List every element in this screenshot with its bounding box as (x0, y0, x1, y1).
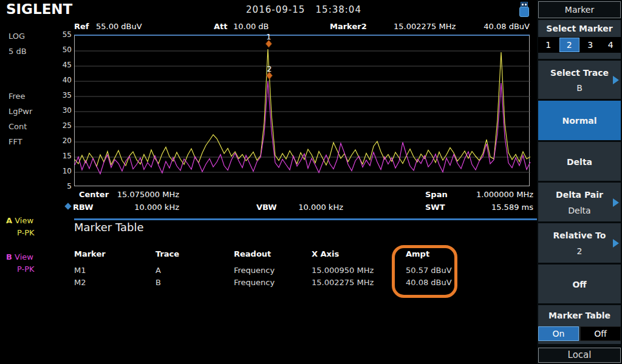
ytick-10: 10 (55, 167, 72, 175)
rbw-label: RBW (73, 203, 94, 212)
vbw-label: VBW (256, 203, 277, 212)
vbw-value: 10.000 kHz (279, 203, 343, 212)
mt-r1-trace: A (156, 266, 161, 275)
softkey-delta[interactable]: Delta (538, 142, 621, 181)
marker-table-title: Marker Table (74, 221, 144, 234)
filter-mode-label: FFT (9, 137, 22, 146)
local-button[interactable]: Local (538, 348, 621, 363)
submenu-arrow-icon (613, 239, 619, 248)
ytick-15: 15 (55, 152, 72, 160)
ref-label: Ref (74, 22, 89, 31)
time-text: 15:38:04 (316, 4, 361, 15)
scale-div-label: 5 dB (9, 47, 27, 56)
select-marker-label: Select Marker (538, 24, 621, 33)
off-label: Off (538, 280, 621, 289)
select-trace-value: B (538, 83, 621, 93)
trace-a-state: View (15, 216, 33, 225)
span-value: 1.000000 MHz (443, 190, 533, 199)
marker-2-button[interactable]: 2 (559, 38, 580, 52)
mt-r1-marker: M1 (74, 266, 86, 275)
softkey-select-marker[interactable]: Select Marker 1 2 3 4 (538, 20, 621, 59)
marker-number-row: 1 2 3 4 (538, 37, 621, 53)
spectrum-display: 12 (74, 35, 530, 186)
amp-scale-label: LOG (9, 32, 25, 41)
delta-pair-value: Delta (538, 206, 621, 215)
active-marker-ampl: 40.08 dBuV (437, 22, 530, 31)
marker-1-button[interactable]: 1 (539, 38, 558, 52)
ytick-40: 40 (55, 76, 72, 84)
menu-title: Marker (538, 1, 621, 18)
swt-value: 15.589 ms (443, 203, 533, 212)
marker-table-toggle-label: Marker Table (538, 311, 621, 320)
ytick-50: 50 (55, 46, 72, 54)
ytick-45: 45 (55, 61, 72, 69)
marker-table-toggle-row: On Off (538, 326, 621, 341)
softkey-off[interactable]: Off (538, 265, 621, 303)
softkey-normal[interactable]: Normal (538, 101, 621, 140)
relative-to-label: Relative To (538, 231, 621, 240)
rbw-value: 10.000 kHz (97, 203, 179, 212)
normal-label: Normal (538, 116, 621, 126)
softkey-delta-pair[interactable]: Delta Pair Delta (538, 183, 621, 221)
spectrum-analyzer-screen: SIGLENT 2016-09-15 15:38:04 LOG 5 dB Fre… (0, 0, 622, 364)
softkey-menu: Marker Select Marker 1 2 3 4 Select Trac… (537, 0, 622, 364)
marker-3-button[interactable]: 3 (581, 38, 600, 52)
ref-value: 55.00 dBuV (96, 22, 142, 31)
svg-text:1: 1 (266, 32, 271, 41)
sweep-mode-label: Cont (9, 122, 27, 131)
usb-drive-icon (518, 2, 530, 18)
trigger-label: Free (9, 92, 26, 101)
mt-r1-xaxis: 15.000950 MHz (312, 266, 374, 275)
delta-label: Delta (538, 157, 621, 167)
trace-b-detector: P-PK (17, 265, 35, 274)
mt-header-readout: Readout (234, 249, 271, 258)
ytick-30: 30 (55, 106, 72, 115)
mt-header-trace: Trace (156, 249, 179, 258)
date-text: 2016-09-15 (246, 4, 305, 15)
att-label: Att (214, 22, 228, 31)
trace-a-detector: P-PK (17, 228, 35, 237)
marker-table-on-button[interactable]: On (538, 326, 579, 341)
avg-type-label: LgPwr (9, 107, 32, 116)
att-value: 10.00 dB (233, 22, 269, 31)
ytick-5: 5 (55, 182, 72, 190)
trace-b-status: B View (6, 252, 33, 261)
mt-r2-marker: M2 (74, 278, 86, 287)
mt-r2-readout: Frequency (234, 278, 275, 287)
marker-4-button[interactable]: 4 (601, 38, 621, 52)
active-marker-label: Marker2 (330, 22, 367, 31)
trace-b-state: View (15, 252, 33, 261)
mt-header-marker: Marker (74, 249, 106, 258)
marker-table-off-button[interactable]: Off (580, 326, 621, 341)
rbw-coupled-icon (64, 203, 71, 209)
softkey-relative-to[interactable]: Relative To 2 (538, 223, 621, 263)
relative-to-value: 2 (538, 246, 621, 256)
siglent-logo: SIGLENT (6, 1, 72, 17)
mt-r1-readout: Frequency (234, 266, 275, 275)
trace-a-status: A View (6, 216, 33, 225)
trace-plot: 12 (75, 36, 530, 187)
trace-b-id: B (6, 252, 12, 261)
section-divider (74, 218, 537, 220)
ampt-column-highlight (392, 245, 457, 298)
center-value: 15.075000 MHz (97, 190, 179, 199)
mt-r2-xaxis: 15.002275 MHz (312, 278, 374, 287)
trace-a-id: A (6, 216, 12, 225)
softkey-marker-table[interactable]: Marker Table On Off (538, 305, 621, 344)
select-trace-label: Select Trace (538, 68, 621, 78)
mt-header-xaxis: X Axis (312, 249, 339, 258)
submenu-arrow-icon (613, 198, 619, 207)
ytick-25: 25 (55, 121, 72, 130)
svg-text:2: 2 (267, 64, 272, 73)
ytick-55: 55 (55, 30, 72, 39)
datetime-display: 2016-09-15 15:38:04 (182, 4, 425, 15)
swt-label: SWT (425, 203, 445, 212)
delta-pair-label: Delta Pair (538, 190, 621, 200)
ytick-20: 20 (55, 136, 72, 145)
mt-r2-trace: B (156, 278, 161, 287)
ytick-35: 35 (55, 91, 72, 99)
softkey-select-trace[interactable]: Select Trace B (538, 61, 621, 99)
submenu-arrow-icon (613, 76, 619, 84)
